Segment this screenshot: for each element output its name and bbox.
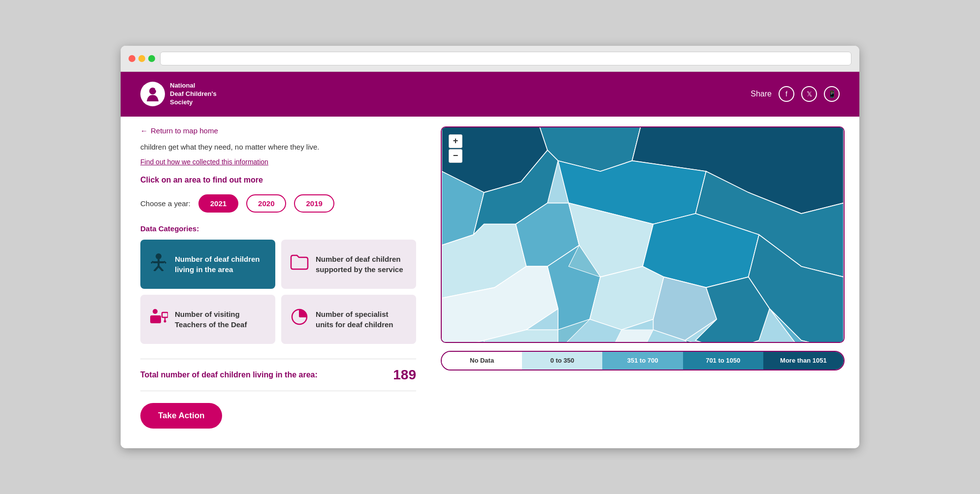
svg-point-9 bbox=[153, 309, 158, 314]
right-panel: + − bbox=[436, 117, 859, 448]
click-instruction: Click on an area to find out more bbox=[140, 176, 416, 185]
legend-more-than-1051[interactable]: More than 1051 bbox=[763, 352, 844, 370]
logo-icon bbox=[140, 82, 165, 106]
take-action-button[interactable]: Take Action bbox=[140, 403, 222, 429]
pie-chart-icon bbox=[290, 308, 309, 331]
intro-text: children get what they need, no matter w… bbox=[140, 143, 416, 151]
categories-grid: Number of deaf children living in the ar… bbox=[140, 240, 416, 344]
legend-0-350[interactable]: 0 to 350 bbox=[522, 352, 602, 370]
maximize-dot[interactable] bbox=[148, 55, 155, 62]
zoom-in-button[interactable]: + bbox=[449, 134, 462, 148]
svg-line-5 bbox=[154, 266, 159, 271]
svg-rect-10 bbox=[150, 315, 161, 323]
browser-chrome bbox=[121, 46, 859, 72]
map-legend: No Data 0 to 350 351 to 700 701 to 1050 … bbox=[441, 351, 845, 370]
year-label: Choose a year: bbox=[140, 199, 191, 208]
teacher-icon bbox=[149, 308, 168, 331]
main-content: ← Return to map home children get what t… bbox=[121, 117, 859, 448]
share-label: Share bbox=[751, 90, 772, 98]
browser-dots bbox=[129, 55, 155, 62]
total-section: Total number of deaf children living in … bbox=[140, 359, 416, 383]
back-arrow-icon: ← bbox=[140, 126, 148, 135]
svg-point-13 bbox=[164, 320, 166, 323]
minimize-dot[interactable] bbox=[138, 55, 145, 62]
map-container[interactable]: + − bbox=[441, 126, 845, 343]
year-2021-button[interactable]: 2021 bbox=[198, 194, 238, 213]
category-visiting-teachers[interactable]: Number of visiting Teachers of the Deaf bbox=[140, 295, 275, 344]
total-value: 189 bbox=[393, 367, 416, 383]
category-deaf-children-area[interactable]: Number of deaf children living in the ar… bbox=[140, 240, 275, 289]
year-2020-button[interactable]: 2020 bbox=[246, 194, 286, 213]
info-link[interactable]: Find out how we collected this informati… bbox=[140, 158, 416, 166]
svg-point-1 bbox=[155, 88, 158, 91]
legend-701-1050[interactable]: 701 to 1050 bbox=[683, 352, 763, 370]
total-label: Total number of deaf children living in … bbox=[140, 370, 318, 379]
browser-window: National Deaf Children's Society Share f… bbox=[121, 46, 859, 448]
category-deaf-children-service-label: Number of deaf children supported by the… bbox=[316, 254, 407, 275]
person-icon bbox=[149, 252, 168, 276]
legend-no-data[interactable]: No Data bbox=[442, 352, 522, 370]
folder-icon bbox=[290, 253, 309, 275]
category-specialist-units[interactable]: Number of specialist units for deaf chil… bbox=[281, 295, 416, 344]
category-visiting-teachers-label: Number of visiting Teachers of the Deaf bbox=[175, 309, 266, 330]
zoom-out-button[interactable]: − bbox=[449, 149, 462, 163]
year-section: Choose a year: 2021 2020 2019 bbox=[140, 194, 416, 213]
whatsapp-icon[interactable]: 📱 bbox=[824, 86, 840, 102]
svg-line-7 bbox=[151, 261, 153, 263]
year-2019-button[interactable]: 2019 bbox=[294, 194, 334, 213]
left-panel: ← Return to map home children get what t… bbox=[121, 117, 436, 448]
back-link[interactable]: ← Return to map home bbox=[140, 126, 416, 135]
map-svg[interactable] bbox=[442, 127, 844, 342]
svg-point-0 bbox=[149, 88, 156, 94]
header-right: Share f 𝕏 📱 bbox=[751, 86, 840, 102]
close-dot[interactable] bbox=[129, 55, 135, 62]
data-categories-label: Data Categories: bbox=[140, 224, 416, 233]
facebook-icon[interactable]: f bbox=[779, 86, 794, 102]
svg-point-2 bbox=[156, 253, 162, 259]
svg-line-6 bbox=[159, 266, 163, 271]
category-specialist-units-label: Number of specialist units for deaf chil… bbox=[316, 309, 407, 330]
category-deaf-children-area-label: Number of deaf children living in the ar… bbox=[175, 254, 266, 275]
twitter-icon[interactable]: 𝕏 bbox=[801, 86, 817, 102]
svg-rect-11 bbox=[162, 312, 168, 317]
legend-351-700[interactable]: 351 to 700 bbox=[602, 352, 683, 370]
logo-area: National Deaf Children's Society bbox=[140, 82, 217, 107]
url-bar[interactable] bbox=[160, 52, 851, 65]
map-controls: + − bbox=[449, 134, 462, 163]
site-header: National Deaf Children's Society Share f… bbox=[121, 72, 859, 117]
logo-text: National Deaf Children's Society bbox=[170, 82, 217, 107]
divider bbox=[140, 391, 416, 391]
svg-line-8 bbox=[164, 261, 166, 263]
category-deaf-children-service[interactable]: Number of deaf children supported by the… bbox=[281, 240, 416, 289]
